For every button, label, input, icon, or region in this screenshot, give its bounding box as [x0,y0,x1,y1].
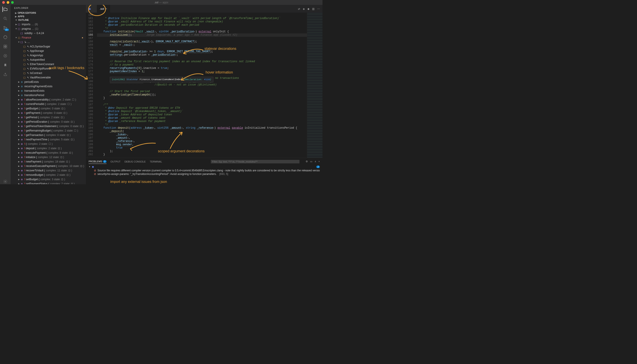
explorer-icon[interactable] [3,7,8,12]
close-tab-icon[interactable]: × [106,7,107,10]
svg-rect-7 [4,47,5,48]
debug-icon[interactable] [3,34,8,40]
outline-function[interactable]: ▶⊕!nextPaymentTime (complex: 5 state: ⊡ … [11,137,86,142]
outline-function[interactable]: ▶⊕!currentPeriodId (complex: 2 state: ☐ … [11,102,86,106]
outline-item[interactable]: ▶⊛transitionsPeriod [11,93,86,98]
titlebar: .sol — apps [0,0,322,5]
panel-settings-icon[interactable]: ⚙ [306,160,308,163]
sidebar-title: EXPLORER [11,5,86,11]
outline-item[interactable]: ▢↖ EtherTokenConstant [11,62,86,66]
tab-problems[interactable]: PROBLEMS2 [89,159,107,164]
sidebar: EXPLORER ▶OPEN EDITORS ▶APPS ▼OUTLINE ▶{… [11,5,86,184]
outline-function[interactable]: ▶⊕!removeBudget (complex: 2 state: ⊡ ) [11,173,86,177]
ethereum-icon: ◆ [89,7,91,10]
outline-function[interactable]: ▶⊕!getPeriodTokenStatement (complex: 0 s… [11,124,86,128]
editor: ◆ .sol × ⇄ ◈ ◆ ▥ ⋯ 160161162163164165166… [86,5,322,184]
outline-item[interactable]: ▢↖ EVMScriptRunner [11,66,86,71]
svg-point-0 [4,17,6,19]
problems-panel: PROBLEMS2 OUTPUT DEBUG CONSOLE TERMINAL … [86,158,322,184]
svg-point-3 [6,28,7,28]
outline-item[interactable]: ▢↖ ACLSyntaxSugar [11,44,86,49]
svg-rect-8 [6,47,7,48]
open-editors-section[interactable]: ▶OPEN EDITORS [11,11,86,14]
source-control-icon[interactable] [3,25,8,30]
outline-function[interactable]: ▶⊕!executePayment (complex: 8 state: ⊡ ) [11,150,86,155]
tab-sol[interactable]: .sol × [97,5,110,12]
tab-output[interactable]: OUTPUT [111,160,121,164]
preview-icon[interactable]: ◈ [303,7,305,10]
outline-function[interactable]: ▶⊕!deposit (complex: 2 state: ⊡ ) [11,146,86,150]
maximize-window[interactable] [11,1,14,4]
bookmark-icon[interactable] [3,62,8,68]
share-icon[interactable] [3,72,8,77]
panel-clear-icon[interactable]: ▭ [310,160,312,163]
problem-item[interactable]: ⊘security/no-assign-params: "_tryTransit… [89,172,320,176]
outline-function[interactable]: ▶⊕!receiverExecutePayment (complex: 10 s… [11,164,86,168]
outline-function[interactable]: ▶⊕!getRemainingBudget (complex: 2 state:… [11,128,86,133]
outline-function[interactable]: ▶⊕!setBudget (complex: 3 state: ⊡ ) [11,177,86,182]
more-icon[interactable]: ⋯ [317,7,320,10]
outline-item[interactable]: ▢↖ Autopetrified [11,58,86,62]
settings-icon[interactable] [3,179,8,184]
test-icon[interactable] [3,53,8,58]
extensions-icon[interactable] [3,44,8,49]
problem-file[interactable]: ▼◆2 [89,165,320,169]
tab-bar: ◆ .sol × ⇄ ◈ ◆ ▥ ⋯ [86,5,322,12]
outline-function[interactable]: ▶⊕!getPeriod (complex: 2 state: ⊡ ) [11,115,86,120]
svg-point-4 [4,36,7,39]
outline-item[interactable]: ▶⊛transactionExists [11,88,86,93]
outline-item[interactable]: ▢↖ AragonApp [11,53,86,58]
minimize-window[interactable] [7,1,9,4]
outline-function[interactable]: ▶⊕!newPayment (complex: 18 state: ⊡ ) [11,160,86,164]
outline-function[interactable]: ▶⊕!getPeriodDuration (complex: 0 state: … [11,120,86,124]
outline-function[interactable]: ▶⊕!initialize (complex: 12 state: ⊡ ) [11,155,86,160]
tab-debug[interactable]: DEBUG CONSOLE [125,160,146,164]
search-icon[interactable] [3,16,8,21]
outline-item[interactable]: ▢↖ AppStorage [11,49,86,53]
close-window[interactable] [2,1,5,4]
tab-ethereum[interactable]: ◆ [86,5,97,12]
outline-item[interactable]: ▢↖ VaultRecoverable [11,75,86,80]
outline-item[interactable]: ▶{ }imports… (8) [11,22,86,26]
outline-function[interactable]: ▶⊕!allowRecoverability (complex: 2 state… [11,98,86,102]
panel-up-icon[interactable]: ∧ [315,160,316,163]
outline-function[interactable]: ▶⊕!(complex: 2 state: ☐ ) [11,142,86,146]
activity-bar [0,5,11,184]
minimap[interactable] [307,12,322,158]
hover-tooltip: (uint256) StateVar Finance.transactionsN… [110,77,213,82]
title-file: .sol [154,1,158,4]
compare-icon[interactable]: ⇄ [298,7,300,10]
outline-item[interactable]: ▼{ }↳ … [11,40,86,44]
outline-item[interactable]: ▢↖ IsContract [11,71,86,75]
outline-item[interactable]: { }solidity → 0.4.24 [11,31,86,36]
line-gutter[interactable]: 1601611621631641651661671681691701711721… [86,12,97,158]
split-icon[interactable]: ▥ [312,7,315,10]
svg-rect-5 [4,45,5,46]
outline-function[interactable]: ▶⊕!setPaymentStatus (complex: 2 state: ⊡… [11,182,86,184]
outline-section[interactable]: ▼OUTLINE [11,18,86,22]
outline-item[interactable]: ▼{ }pragma… (1) [11,26,86,31]
outline-item[interactable]: ▶⊛periodExists [11,80,86,84]
problem-item[interactable]: ⊘Source file requires different compiler… [89,169,320,172]
outline-item[interactable]: ▶⊛recurringPaymentExists [11,84,86,88]
outline-function[interactable]: ▶⊕!getBudget (complex: 0 state: ⊡ ) [11,106,86,111]
problems-filter[interactable] [211,160,299,164]
apps-section[interactable]: ▶APPS [11,14,86,18]
svg-point-1 [4,26,5,28]
outline-function[interactable]: ▶⊕!recoverToVault (complex: 11 state: ⊡ … [11,168,86,173]
diff-icon[interactable]: ◆ [307,7,309,10]
svg-point-10 [5,181,6,182]
svg-point-2 [4,28,5,30]
panel-close-icon[interactable]: × [319,160,320,163]
title-project: apps [163,1,168,4]
outline-item[interactable]: ▼▢Finance● [11,36,86,40]
tab-terminal[interactable]: TERMINAL [150,160,162,164]
outline-function[interactable]: ▶⊕!getTransaction (complex: 0 state: ⊡ ) [11,133,86,137]
outline-function[interactable]: ▶⊕!getPayment (complex: 0 state: ⊡ ) [11,111,86,115]
svg-rect-6 [6,45,7,46]
code-area[interactable]: (uint256) StateVar Finance.transactionsN… [97,12,307,158]
